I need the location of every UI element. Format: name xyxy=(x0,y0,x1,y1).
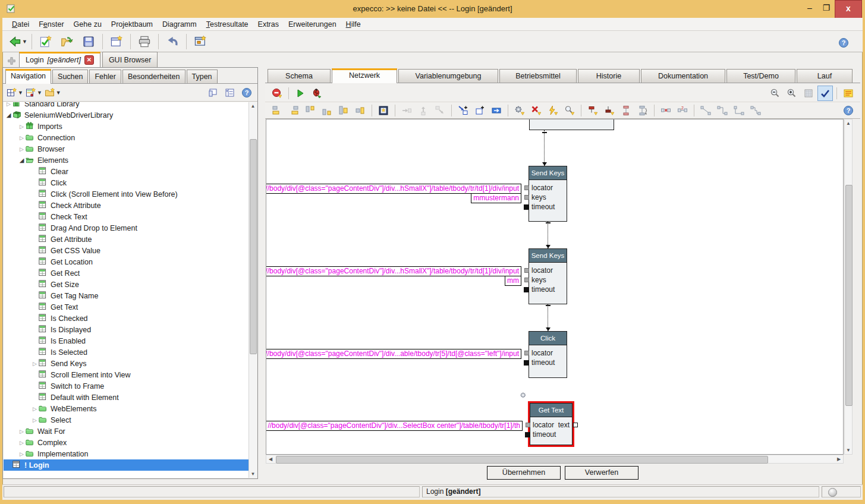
tree-item-click-scroll-element-into-view-before[interactable]: Click (Scroll Element into View Before) xyxy=(4,188,249,200)
canvas-vertical-scrollbar[interactable]: ▲ ▼ xyxy=(844,119,853,455)
tree-item-click[interactable]: Click xyxy=(4,177,249,188)
tree-item-implementation[interactable]: ▷Implementation xyxy=(4,448,249,459)
line-diagonal-icon[interactable] xyxy=(698,103,713,118)
tree-item-check-text[interactable]: Check Text xyxy=(4,211,249,222)
float-window-icon[interactable] xyxy=(206,85,221,100)
reconnect-icon[interactable]: 2 xyxy=(675,103,690,118)
tab-dokumentation[interactable]: Dokumentation xyxy=(641,69,725,83)
menu-diagramm[interactable]: Diagramm xyxy=(158,19,202,30)
help-icon[interactable]: ? xyxy=(841,103,856,118)
apply-button[interactable]: Übernehmen xyxy=(487,466,561,480)
collapse-icon[interactable]: ◢ xyxy=(5,112,12,118)
tree-item-get-size[interactable]: Get Size xyxy=(4,279,249,290)
tree-item-clear[interactable]: Clear xyxy=(4,166,249,177)
input-pin[interactable] xyxy=(524,360,529,366)
tree-scrollbar[interactable]: ▲ ▼ xyxy=(249,102,257,478)
tree-item-is-enabled[interactable]: Is Enabled xyxy=(4,335,249,346)
menu-testresultate[interactable]: Testresultate xyxy=(202,19,253,30)
pin-value-label[interactable]: //body/div[@class="pageContentDiv"]/div.… xyxy=(266,349,521,359)
pin-top-menu-icon[interactable] xyxy=(585,103,600,118)
tree-item-get-location[interactable]: Get Location xyxy=(4,256,249,267)
new-connection-icon[interactable] xyxy=(455,103,471,118)
print-icon[interactable] xyxy=(134,32,155,51)
tree-item-seleniumwebdriverlibrary[interactable]: ◢SeleniumWebDriverLibrary xyxy=(4,109,249,121)
tree-item-is-selected[interactable]: Is Selected xyxy=(4,346,249,358)
tab-navigation[interactable]: Navigation xyxy=(5,69,51,84)
new-node-icon[interactable] xyxy=(472,103,487,118)
menu-datei[interactable]: Datei xyxy=(7,19,34,30)
tab-historie[interactable]: Historie xyxy=(578,69,640,83)
zoom-out-icon[interactable] xyxy=(768,86,783,101)
tab-test-demo[interactable]: Test/Demo xyxy=(726,69,795,83)
scroll-right-arrow[interactable]: ▶ xyxy=(835,455,843,463)
tab-schema[interactable]: Schema xyxy=(268,69,331,83)
tab-lauf[interactable]: Lauf xyxy=(797,69,853,83)
pin-value-label[interactable]: mm xyxy=(505,276,521,286)
tree-item-elements[interactable]: ◢Elements xyxy=(4,155,249,166)
open-project-icon[interactable] xyxy=(57,32,77,51)
tree-item-imports[interactable]: ▷Imports xyxy=(4,121,249,132)
distribute-cycle-icon[interactable] xyxy=(635,103,650,118)
tree-item-complex[interactable]: ▷Complex xyxy=(4,437,249,448)
document-tab-gui-browser[interactable]: GUI Browser xyxy=(102,52,158,67)
tree-item-login[interactable]: ! Login xyxy=(4,459,249,471)
tree-item-get-rect[interactable]: Get Rect xyxy=(4,267,249,279)
scroll-up-arrow[interactable]: ▲ xyxy=(845,119,852,127)
pin-value-label[interactable]: //body/div[@class="pageContentDiv"]/div.… xyxy=(266,266,521,276)
tree-item-is-displayed[interactable]: Is Displayed xyxy=(4,324,249,335)
input-pin[interactable] xyxy=(524,204,529,210)
tab-suchen[interactable]: Suchen xyxy=(52,70,88,83)
tab-typen[interactable]: Typen xyxy=(187,70,218,83)
new-frame-icon[interactable] xyxy=(106,32,127,51)
align-center-icon[interactable] xyxy=(353,103,368,118)
save-icon[interactable] xyxy=(78,32,99,51)
tab-betriebsmittel[interactable]: Betriebsmittel xyxy=(499,69,577,83)
minimize-button[interactable]: – xyxy=(801,0,818,17)
tree-layout-icon[interactable] xyxy=(222,85,238,100)
debug-run-icon[interactable] xyxy=(309,86,325,101)
diagram-node-partial[interactable] xyxy=(529,119,614,130)
input-pin[interactable] xyxy=(526,423,530,427)
align-left-icon[interactable] xyxy=(269,103,285,118)
tree-item-drag-and-drop-to-element[interactable]: Drag And Drop to Element xyxy=(4,222,249,234)
tree-item-wait-for[interactable]: ▷Wait For xyxy=(4,426,249,437)
tree-item-switch-to-frame[interactable]: Switch to Frame xyxy=(4,380,249,392)
align-top-icon[interactable] xyxy=(303,103,318,118)
scroll-left-arrow[interactable]: ◀ xyxy=(266,455,275,463)
expand-icon[interactable]: ▷ xyxy=(31,417,39,423)
close-tab-icon[interactable]: ✕ xyxy=(84,55,94,65)
expand-icon[interactable]: ▷ xyxy=(31,361,39,367)
new-folder-icon[interactable]: ▼ xyxy=(44,85,62,100)
canvas-horizontal-scrollbar[interactable]: ◀ ▶ xyxy=(266,455,844,464)
line-orth-3-icon[interactable] xyxy=(748,103,763,118)
menu-extras[interactable]: Extras xyxy=(253,19,284,30)
menu-gehe-zu[interactable]: Gehe zu xyxy=(69,19,106,30)
input-pin[interactable] xyxy=(524,351,529,355)
pin-value-label[interactable]: //body/div[@class="pageContentDiv"]/div.… xyxy=(266,421,523,431)
grid-icon[interactable] xyxy=(801,86,816,101)
align-middle-icon[interactable] xyxy=(336,103,351,118)
new-tab-plus-icon[interactable] xyxy=(6,55,17,66)
collapse-icon[interactable]: ◢ xyxy=(18,157,26,163)
gear-icon[interactable] xyxy=(520,392,529,402)
menu-hilfe[interactable]: Hilfe xyxy=(341,19,366,30)
maximize-button[interactable]: ❐ xyxy=(818,0,835,17)
pin-bottom-menu-icon[interactable] xyxy=(602,103,617,118)
expand-icon[interactable]: ▷ xyxy=(18,451,26,457)
tree-item-standard-library[interactable]: ▷Standard Library xyxy=(4,102,249,109)
move-into-icon[interactable] xyxy=(399,103,414,118)
move-up-icon[interactable] xyxy=(416,103,431,118)
tree-item-get-css-value[interactable]: Get CSS Value xyxy=(4,245,249,256)
stop-run-icon[interactable] xyxy=(269,86,285,101)
distribute-vertical-icon[interactable] xyxy=(618,103,634,118)
output-pin[interactable] xyxy=(573,423,578,427)
menu-fenster[interactable]: Fenster xyxy=(34,19,68,30)
expand-icon[interactable]: ▷ xyxy=(31,406,39,412)
tree-item-webelements[interactable]: ▷WebElements xyxy=(4,403,249,414)
tab-variablenumgebung[interactable]: Variablenumgebung xyxy=(398,69,498,83)
fit-frame-icon[interactable] xyxy=(376,103,391,118)
pin-value-label[interactable]: mmustermann xyxy=(471,193,521,203)
input-pin[interactable] xyxy=(524,195,529,200)
log-view-icon[interactable] xyxy=(841,86,856,101)
tree-item-get-tag-name[interactable]: Get Tag Name xyxy=(4,290,249,301)
